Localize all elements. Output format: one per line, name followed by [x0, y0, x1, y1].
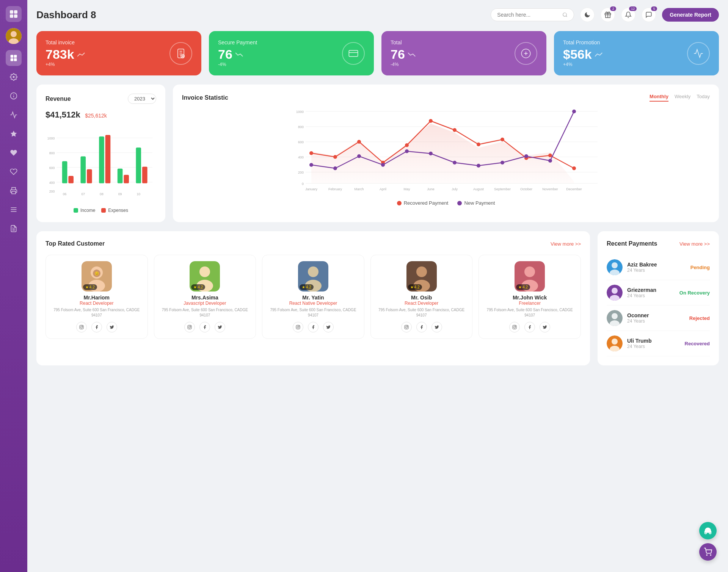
facebook-link[interactable] [308, 322, 318, 332]
instagram-link[interactable] [401, 322, 412, 332]
customer-name: Mrs.Asima [160, 295, 250, 301]
twitter-link[interactable] [540, 322, 550, 332]
sidebar-item-settings[interactable] [6, 69, 22, 85]
instagram-link[interactable] [509, 322, 520, 332]
twitter-link[interactable] [107, 322, 117, 332]
chat-badge: 5 [651, 6, 657, 11]
svg-point-81 [477, 143, 480, 146]
payment-years: 24 Years [627, 293, 675, 298]
customer-card: ★ 4.2 Mrs.Asima Javascript Developer 795… [154, 255, 256, 339]
twitter-link[interactable] [431, 322, 442, 332]
svg-point-119 [199, 266, 210, 277]
tab-monthly[interactable]: Monthly [650, 94, 668, 102]
tab-today[interactable]: Today [697, 94, 710, 102]
gift-icon [604, 11, 611, 18]
customer-address: 795 Folsom Ave, Suite 600 San Francisco,… [268, 307, 358, 318]
facebook-link[interactable] [524, 322, 535, 332]
svg-point-125 [308, 266, 318, 277]
sidebar-item-favorites[interactable] [6, 145, 22, 161]
revenue-card: Revenue 2023 2022 2021 $41,512k $25,612k [36, 85, 165, 222]
gift-button[interactable]: 2 [601, 8, 615, 22]
sidebar-item-documents[interactable] [6, 221, 22, 237]
svg-point-123 [191, 326, 191, 326]
svg-text:November: November [542, 187, 558, 191]
svg-rect-51 [105, 135, 111, 183]
customer-socials [377, 322, 466, 332]
notification-button[interactable]: 12 [621, 8, 635, 22]
svg-point-128 [297, 326, 299, 328]
svg-text:200: 200 [49, 190, 55, 193]
svg-text:August: August [473, 187, 484, 191]
chat-button[interactable]: 5 [642, 8, 656, 22]
svg-rect-10 [14, 58, 17, 61]
sidebar-item-likes[interactable] [6, 164, 22, 180]
trend-icon-payment [235, 51, 245, 58]
svg-rect-121 [188, 325, 191, 329]
sidebar-item-analytics[interactable] [6, 107, 22, 123]
recent-payments-card: Recent Payments View more >> Aziz Bakree… [598, 231, 719, 365]
customers-view-more[interactable]: View more >> [551, 241, 581, 247]
svg-rect-48 [80, 157, 86, 183]
customer-role: Javascript Developer [160, 301, 250, 306]
header: Dashboard 8 2 12 5 Generate Report [36, 8, 719, 22]
cart-icon [704, 548, 712, 556]
svg-text:September: September [494, 187, 511, 191]
tab-weekly[interactable]: Weekly [675, 94, 690, 102]
twitter-link[interactable] [323, 322, 334, 332]
invoice-title: Invoice Statistic [182, 94, 228, 101]
payment-years: 24 Years [627, 318, 685, 324]
svg-point-89 [381, 163, 385, 167]
sidebar-item-menu[interactable] [6, 202, 22, 218]
customer-socials [160, 322, 250, 332]
sidebar-item-dashboard[interactable] [6, 50, 22, 66]
payment-name: Uli Trumb [627, 338, 680, 344]
search-input[interactable] [497, 12, 559, 18]
payments-view-more[interactable]: View more >> [679, 241, 710, 247]
search-box[interactable] [491, 8, 574, 21]
support-fab[interactable] [699, 522, 717, 539]
facebook-link[interactable] [416, 322, 427, 332]
svg-text:June: June [427, 187, 435, 191]
twitter-link[interactable] [215, 322, 225, 332]
sidebar-item-starred[interactable] [6, 126, 22, 142]
chat-icon [645, 11, 652, 18]
trend-icon-total [408, 51, 417, 58]
cart-fab[interactable] [699, 543, 717, 561]
sidebar-item-print[interactable] [6, 183, 22, 199]
customer-grid: 😊 ★ 4.2 Mr.Hariom React Developer 795 Fo… [46, 255, 581, 339]
stat-label-total: Total [391, 39, 417, 45]
revenue-secondary: $25,612k [85, 113, 107, 119]
sidebar-item-info[interactable] [6, 88, 22, 104]
instagram-link[interactable] [184, 322, 195, 332]
svg-point-135 [407, 326, 408, 326]
invoice-tabs: Monthly Weekly Today [650, 94, 710, 102]
svg-text:March: March [354, 187, 364, 191]
svg-text:April: April [380, 187, 386, 191]
svg-rect-46 [62, 161, 67, 183]
customer-name: Mr. Yatin [268, 295, 358, 301]
svg-point-76 [357, 140, 361, 144]
year-select[interactable]: 2023 2022 2021 [128, 94, 156, 104]
payment-status: On Recovery [679, 290, 710, 296]
instagram-link[interactable] [76, 322, 87, 332]
facebook-link[interactable] [91, 322, 102, 332]
app-logo[interactable] [6, 6, 22, 22]
sidebar [0, 0, 27, 572]
trend-icon-promotion [595, 51, 604, 58]
page-title: Dashboard 8 [36, 9, 96, 21]
stat-cards: Total invoice 783k +4% Secure Payment 76… [36, 31, 719, 75]
facebook-link[interactable] [199, 322, 210, 332]
svg-line-22 [566, 16, 567, 17]
dark-mode-toggle[interactable] [580, 8, 595, 22]
stat-change-promotion: +4% [563, 62, 604, 67]
instagram-link[interactable] [293, 322, 303, 332]
svg-point-141 [515, 326, 516, 326]
svg-point-155 [710, 555, 711, 555]
user-avatar[interactable] [6, 28, 22, 44]
generate-report-button[interactable]: Generate Report [662, 8, 719, 22]
svg-point-84 [548, 154, 552, 157]
expenses-dot [101, 208, 106, 213]
stat-label-promotion: Total Promotion [563, 39, 604, 45]
svg-marker-73 [311, 124, 574, 183]
new-payment-legend: New Payment [457, 200, 495, 206]
